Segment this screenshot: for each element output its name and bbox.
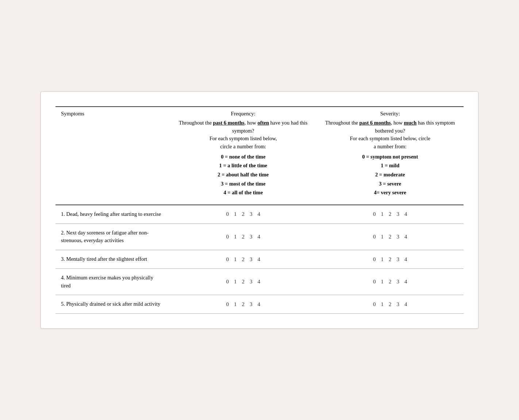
severity-score-5-3[interactable]: 3 bbox=[397, 301, 400, 308]
frequency-scores-5: 01234 bbox=[170, 295, 316, 314]
frequency-score-5-0[interactable]: 0 bbox=[226, 301, 229, 308]
severity-score-1-1[interactable]: 1 bbox=[381, 211, 384, 217]
symptom-label-2: 2. Next day soreness or fatigue after no… bbox=[55, 224, 170, 250]
severity-score-2-1[interactable]: 1 bbox=[381, 234, 384, 240]
severity-score-4-1[interactable]: 1 bbox=[381, 279, 384, 285]
severity-score-3-3[interactable]: 3 bbox=[397, 256, 400, 263]
frequency-scores-4: 01234 bbox=[170, 268, 316, 295]
frequency-score-1-1[interactable]: 1 bbox=[234, 211, 237, 217]
frequency-score-3-3[interactable]: 3 bbox=[250, 256, 253, 263]
severity-scale-1: 1 = mild bbox=[322, 161, 458, 170]
frequency-scale-1: 1 = a little of the time bbox=[175, 161, 311, 170]
severity-scale-2: 2 = moderate bbox=[322, 170, 458, 179]
frequency-score-2-3[interactable]: 3 bbox=[250, 234, 253, 240]
frequency-scale-2: 2 = about half the time bbox=[175, 170, 311, 179]
severity-score-2-4[interactable]: 4 bbox=[404, 234, 407, 240]
frequency-column-header: Frequency: Throughout the past 6 months,… bbox=[170, 107, 316, 205]
severity-section-label: Severity: bbox=[322, 111, 458, 117]
frequency-score-1-2[interactable]: 2 bbox=[242, 211, 245, 217]
header-row: Symptoms Frequency: Throughout the past … bbox=[55, 107, 464, 205]
severity-scores-2: 01234 bbox=[317, 224, 464, 250]
symptom-label-5: 5. Physically drained or sick after mild… bbox=[55, 295, 170, 314]
table-row: 2. Next day soreness or fatigue after no… bbox=[55, 224, 464, 250]
severity-score-5-4[interactable]: 4 bbox=[404, 301, 407, 308]
table-row: 5. Physically drained or sick after mild… bbox=[55, 295, 464, 314]
severity-score-2-2[interactable]: 2 bbox=[389, 234, 392, 240]
symptom-label-4: 4. Minimum exercise makes you physically… bbox=[55, 268, 170, 295]
symptoms-column-header: Symptoms bbox=[55, 107, 170, 205]
severity-score-4-3[interactable]: 3 bbox=[397, 279, 400, 285]
frequency-score-3-4[interactable]: 4 bbox=[258, 256, 261, 263]
severity-score-1-2[interactable]: 2 bbox=[389, 211, 392, 217]
frequency-score-4-1[interactable]: 1 bbox=[234, 279, 237, 285]
severity-scores-3: 01234 bbox=[317, 250, 464, 269]
severity-score-2-0[interactable]: 0 bbox=[373, 234, 376, 240]
frequency-score-5-1[interactable]: 1 bbox=[234, 301, 237, 308]
severity-scores-4: 01234 bbox=[317, 268, 464, 295]
severity-score-4-2[interactable]: 2 bbox=[389, 279, 392, 285]
severity-score-3-4[interactable]: 4 bbox=[404, 256, 407, 263]
frequency-scale-3: 3 = most of the time bbox=[175, 179, 311, 188]
severity-score-3-1[interactable]: 1 bbox=[381, 256, 384, 263]
frequency-score-2-4[interactable]: 4 bbox=[258, 234, 261, 240]
severity-scale-3: 3 = severe bbox=[322, 179, 458, 188]
frequency-score-3-1[interactable]: 1 bbox=[234, 256, 237, 263]
symptom-label-1: 1. Dead, heavy feeling after starting to… bbox=[55, 205, 170, 224]
severity-scores-1: 01234 bbox=[317, 205, 464, 224]
frequency-description: Throughout the past 6 months, how often … bbox=[175, 119, 311, 151]
frequency-scale-4: 4 = all of the time bbox=[175, 188, 311, 197]
frequency-score-4-4[interactable]: 4 bbox=[258, 279, 261, 285]
frequency-score-4-0[interactable]: 0 bbox=[226, 279, 229, 285]
frequency-score-5-4[interactable]: 4 bbox=[258, 301, 261, 308]
severity-score-4-4[interactable]: 4 bbox=[404, 279, 407, 285]
severity-score-2-3[interactable]: 3 bbox=[397, 234, 400, 240]
frequency-scale-0: 0 = none of the time bbox=[175, 152, 311, 161]
frequency-scores-1: 01234 bbox=[170, 205, 316, 224]
symptoms-label: Symptoms bbox=[61, 111, 84, 117]
severity-score-5-0[interactable]: 0 bbox=[373, 301, 376, 308]
frequency-score-1-3[interactable]: 3 bbox=[250, 211, 253, 217]
severity-scale-4: 4= very severe bbox=[322, 188, 458, 197]
frequency-score-4-2[interactable]: 2 bbox=[242, 279, 245, 285]
frequency-scores-3: 01234 bbox=[170, 250, 316, 269]
severity-score-3-0[interactable]: 0 bbox=[373, 256, 376, 263]
frequency-score-5-3[interactable]: 3 bbox=[250, 301, 253, 308]
frequency-score-2-0[interactable]: 0 bbox=[226, 234, 229, 240]
frequency-score-2-2[interactable]: 2 bbox=[242, 234, 245, 240]
frequency-score-3-2[interactable]: 2 bbox=[242, 256, 245, 263]
severity-score-1-0[interactable]: 0 bbox=[373, 211, 376, 217]
frequency-scores-2: 01234 bbox=[170, 224, 316, 250]
severity-score-5-2[interactable]: 2 bbox=[389, 301, 392, 308]
severity-scale-0: 0 = symptom not present bbox=[322, 152, 458, 161]
table-row: 4. Minimum exercise makes you physically… bbox=[55, 268, 464, 295]
symptom-table: Symptoms Frequency: Throughout the past … bbox=[55, 106, 464, 314]
table-row: 3. Mentally tired after the slightest ef… bbox=[55, 250, 464, 269]
frequency-score-1-4[interactable]: 4 bbox=[258, 211, 261, 217]
table-row: 1. Dead, heavy feeling after starting to… bbox=[55, 205, 464, 224]
frequency-score-4-3[interactable]: 3 bbox=[250, 279, 253, 285]
severity-scores-5: 01234 bbox=[317, 295, 464, 314]
severity-score-3-2[interactable]: 2 bbox=[389, 256, 392, 263]
symptom-label-3: 3. Mentally tired after the slightest ef… bbox=[55, 250, 170, 269]
severity-column-header: Severity: Throughout the past 6 months, … bbox=[317, 107, 464, 205]
frequency-section-label: Frequency: bbox=[175, 111, 311, 117]
severity-description: Throughout the past 6 months, how much h… bbox=[322, 119, 458, 151]
frequency-score-1-0[interactable]: 0 bbox=[226, 211, 229, 217]
frequency-score-2-1[interactable]: 1 bbox=[234, 234, 237, 240]
frequency-score-5-2[interactable]: 2 bbox=[242, 301, 245, 308]
frequency-score-3-0[interactable]: 0 bbox=[226, 256, 229, 263]
severity-score-1-4[interactable]: 4 bbox=[404, 211, 407, 217]
severity-score-5-1[interactable]: 1 bbox=[381, 301, 384, 308]
severity-score-1-3[interactable]: 3 bbox=[397, 211, 400, 217]
severity-score-4-0[interactable]: 0 bbox=[373, 279, 376, 285]
page-container: Symptoms Frequency: Throughout the past … bbox=[41, 91, 478, 329]
